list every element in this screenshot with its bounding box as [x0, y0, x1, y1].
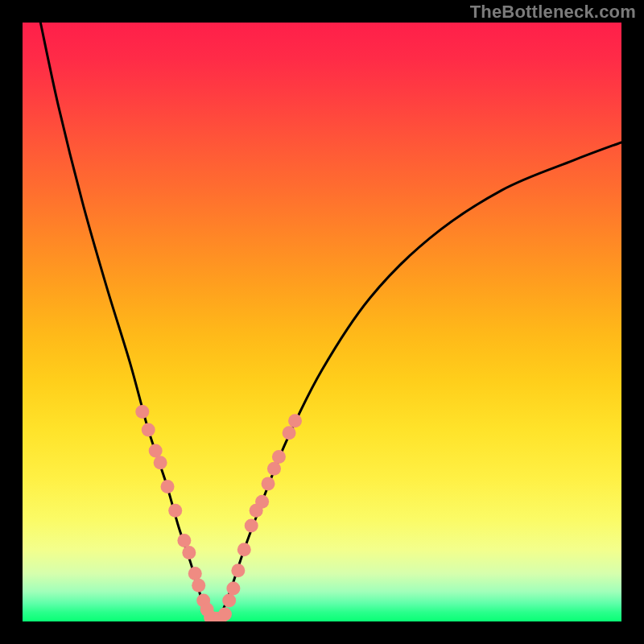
left-branch-dots-point [135, 405, 149, 419]
left-branch-dots-point [168, 504, 182, 518]
bottleneck-curve [40, 23, 621, 620]
left-branch-dots-point [192, 579, 205, 592]
left-branch-dots-point [149, 444, 163, 457]
left-branch-dots-point [188, 567, 202, 580]
right-branch-dots-point [222, 593, 236, 607]
right-branch-dots-point [231, 564, 245, 577]
chart-frame: TheBottleneck.com [0, 0, 644, 644]
left-branch-dots-point [142, 423, 155, 436]
watermark-text: TheBottleneck.com [470, 2, 636, 23]
marker-layer [135, 405, 302, 621]
right-branch-dots-point [283, 426, 296, 440]
left-branch-dots-point [182, 546, 196, 559]
chart-svg [23, 23, 621, 621]
right-branch-dots-point [237, 543, 251, 556]
right-branch-dots-point [226, 582, 240, 596]
right-branch-dots-point [262, 477, 275, 490]
left-branch-dots-point [154, 456, 167, 469]
trough-dots-point [218, 608, 232, 621]
right-branch-dots-point [288, 414, 302, 427]
left-branch-dots-point [177, 534, 191, 547]
left-branch-dots-point [161, 480, 175, 493]
right-branch-dots-point [272, 450, 286, 464]
right-branch-dots-point [255, 495, 269, 509]
plot-area [23, 23, 621, 621]
right-branch-dots-point [267, 462, 281, 476]
right-branch-dots-point [245, 518, 258, 532]
